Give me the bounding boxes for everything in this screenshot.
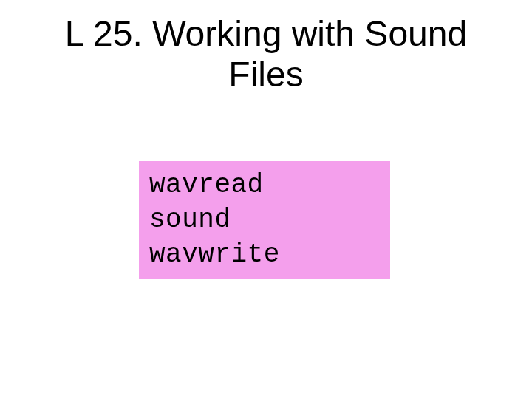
slide-title: L 25. Working with Sound Files [0, 13, 532, 95]
code-line-2: sound [149, 203, 380, 238]
code-line-3: wavwrite [149, 238, 380, 273]
code-box: wavread sound wavwrite [139, 161, 390, 279]
code-line-1: wavread [149, 168, 380, 203]
